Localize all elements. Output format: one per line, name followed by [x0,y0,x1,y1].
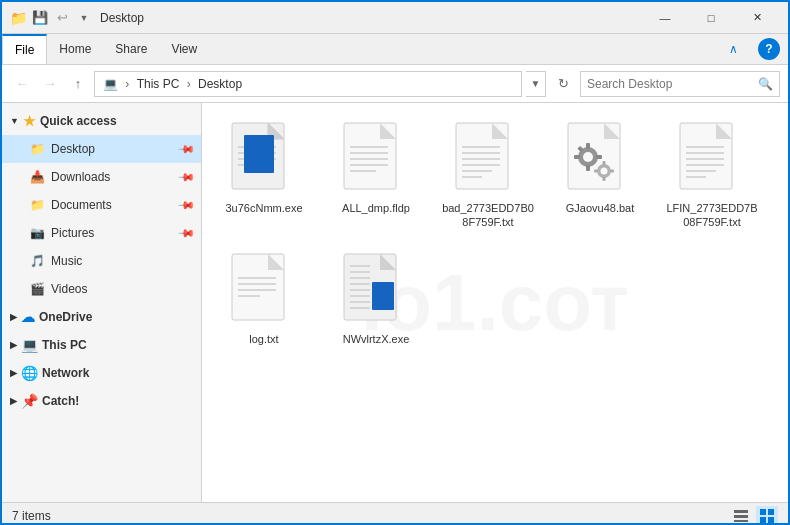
file-icon-exe-blue2 [336,250,416,330]
videos-icon: 🎬 [30,282,45,296]
file-name: bad_2773EDD7B08F759F.txt [442,201,534,230]
svg-point-26 [583,152,593,162]
file-item[interactable]: ALL_dmp.fldp [326,115,426,234]
sidebar-label-desktop: Desktop [51,142,95,156]
folder-icon: 📁 [10,10,26,26]
sidebar-label-onedrive: OneDrive [39,310,92,324]
up-button[interactable]: ↑ [66,72,90,96]
file-item[interactable]: LFIN_2773EDD7B08F759F.txt [662,115,762,234]
address-path[interactable]: 💻 › This PC › Desktop [94,71,522,97]
file-name: NWvlrtzX.exe [343,332,410,346]
tab-file[interactable]: File [2,34,47,64]
sidebar-label-catch: Catch! [42,394,79,408]
file-name: log.txt [249,332,278,346]
file-item[interactable]: GJaovu48.bat [550,115,650,234]
file-name: 3u76cNmm.exe [225,201,302,215]
sidebar-section-catch[interactable]: ▶ 📌 Catch! [2,387,201,415]
file-item[interactable]: NWvlrtzX.exe [326,246,426,350]
svg-rect-34 [603,161,606,165]
close-button[interactable]: ✕ [734,2,780,34]
file-item[interactable]: bad_2773EDD7B08F759F.txt [438,115,538,234]
file-item[interactable]: 3u76cNmm.exe [214,115,314,234]
svg-rect-35 [603,177,606,181]
tab-share[interactable]: Share [103,34,159,64]
sidebar-label-thispc: This PC [42,338,87,352]
maximize-button[interactable]: □ [688,2,734,34]
sidebar: ▼ ★ Quick access 📁 Desktop 📌 📥 Downloads… [2,103,202,502]
sidebar-section-network[interactable]: ▶ 🌐 Network [2,359,201,387]
sidebar-item-videos[interactable]: 🎬 Videos [2,275,201,303]
large-icons-view-button[interactable] [756,506,778,526]
onedrive-icon: ☁ [21,309,35,325]
pictures-icon: 📷 [30,226,45,240]
sidebar-item-downloads[interactable]: 📥 Downloads 📌 [2,163,201,191]
sidebar-item-documents[interactable]: 📁 Documents 📌 [2,191,201,219]
chevron-right-icon-catch: ▶ [10,396,17,406]
folder-icon: 📁 [30,142,45,156]
search-input[interactable] [587,77,754,91]
network-icon: 🌐 [21,365,38,381]
sidebar-section-onedrive[interactable]: ▶ ☁ OneDrive [2,303,201,331]
pin-icon-documents: 📌 [176,195,195,214]
refresh-button[interactable]: ↻ [550,71,576,97]
main-layout: ▼ ★ Quick access 📁 Desktop 📌 📥 Downloads… [2,103,788,502]
pin-icon-downloads: 📌 [176,167,195,186]
title-bar: 📁 💾 ↩ ▼ Desktop — □ ✕ [2,2,788,34]
sidebar-item-music[interactable]: 🎵 Music [2,247,201,275]
file-name: LFIN_2773EDD7B08F759F.txt [666,201,758,230]
svg-rect-29 [574,155,580,159]
svg-rect-63 [734,510,748,513]
list-view-button[interactable] [730,506,752,526]
svg-rect-68 [760,517,766,523]
pin-icon: 📌 [176,139,195,158]
address-bar: ← → ↑ 💻 › This PC › Desktop ▼ ↻ 🔍 [2,65,788,103]
back-button[interactable]: ← [10,72,34,96]
file-icon-txt2 [672,119,752,199]
file-name: ALL_dmp.fldp [342,201,410,215]
dropdown-icon[interactable]: ▼ [76,10,92,26]
chevron-right-icon-pc: ▶ [10,340,17,350]
chevron-right-icon-net: ▶ [10,368,17,378]
star-icon: ★ [23,113,36,129]
quick-access-label: Quick access [40,114,117,128]
sidebar-item-pictures[interactable]: 📷 Pictures 📌 [2,219,201,247]
undo-icon: ↩ [54,10,70,26]
search-box[interactable]: 🔍 [580,71,780,97]
documents-icon: 📁 [30,198,45,212]
sidebar-section-thispc[interactable]: ▶ 💻 This PC [2,331,201,359]
thispc-icon: 💻 [21,337,38,353]
sidebar-section-quick-access[interactable]: ▼ ★ Quick access [2,107,201,135]
pin-icon-pictures: 📌 [176,223,195,242]
file-item[interactable]: log.txt [214,246,314,350]
file-icon-txt [448,119,528,199]
svg-rect-28 [586,165,590,171]
files-grid: 3u76cNmm.exe ALL_dmp.fldp [214,115,776,350]
help-button[interactable]: ? [758,38,780,60]
forward-button[interactable]: → [38,72,62,96]
file-icon-exe-blue [224,119,304,199]
sidebar-label-pictures: Pictures [51,226,94,240]
sidebar-label-music: Music [51,254,82,268]
status-bar-right [730,506,778,526]
window-title: Desktop [100,11,642,25]
sidebar-label-network: Network [42,366,89,380]
search-icon: 🔍 [758,77,773,91]
minimize-button[interactable]: — [642,2,688,34]
file-icon-fldp [336,119,416,199]
file-name: GJaovu48.bat [566,201,635,215]
sidebar-label-downloads: Downloads [51,170,110,184]
ribbon-collapse[interactable]: ∧ [717,34,750,64]
address-dropdown[interactable]: ▼ [526,71,546,97]
ribbon: File Home Share View ∧ ? [2,34,788,65]
save-icon: 💾 [32,10,48,26]
file-icon-bat [560,119,640,199]
file-area: iо1.сот [202,103,788,502]
tab-home[interactable]: Home [47,34,103,64]
svg-rect-67 [768,509,774,515]
svg-rect-37 [610,170,614,173]
path-thispc: This PC [137,77,180,91]
title-bar-controls: — □ ✕ [642,2,780,34]
sidebar-item-desktop[interactable]: 📁 Desktop 📌 [2,135,201,163]
chevron-right-icon: ▶ [10,312,17,322]
tab-view[interactable]: View [159,34,209,64]
